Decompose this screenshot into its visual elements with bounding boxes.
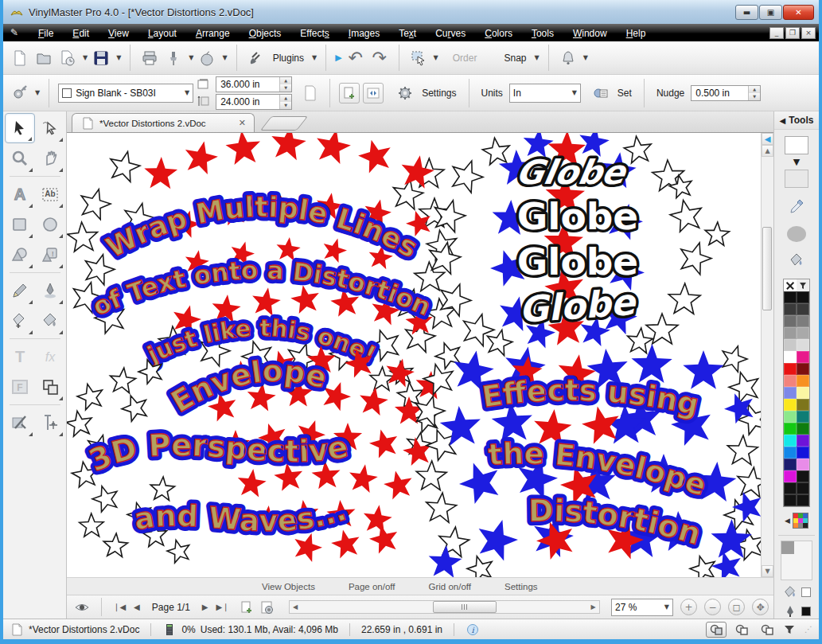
red-star[interactable] xyxy=(238,469,267,498)
recent-files-icon[interactable] xyxy=(57,48,78,68)
select-tool[interactable] xyxy=(5,113,35,143)
alerts-icon[interactable] xyxy=(558,48,579,68)
envelope-text-line2[interactable]: 3D Perspective xyxy=(84,427,350,478)
outline-star[interactable] xyxy=(464,314,494,346)
filter-icon[interactable] xyxy=(782,623,797,637)
menu-item-curves[interactable]: Curves xyxy=(426,26,475,41)
fill-color-swatch[interactable] xyxy=(785,136,808,154)
nudge-input[interactable]: 0.500 in ▲▼ xyxy=(691,85,761,101)
outline-star[interactable] xyxy=(723,346,747,372)
outline-star[interactable] xyxy=(738,467,761,497)
tools-panel-header[interactable]: ◀ Tools xyxy=(774,111,819,130)
color-swatch[interactable] xyxy=(784,470,797,482)
mdi-restore-button[interactable]: ❐ xyxy=(785,27,800,39)
fill-style-icon[interactable] xyxy=(783,585,797,599)
color-swatch[interactable] xyxy=(797,423,809,435)
color-swatch[interactable] xyxy=(784,291,797,303)
outline-star[interactable] xyxy=(727,435,758,465)
envelope-text-line1[interactable]: Envelope xyxy=(166,353,330,419)
color-swatch[interactable] xyxy=(797,315,809,327)
open-document-icon[interactable] xyxy=(33,48,54,68)
set-button[interactable]: Set xyxy=(617,88,632,99)
resize-grip[interactable]: ⋰ xyxy=(804,625,812,634)
set-icon[interactable] xyxy=(590,83,611,103)
info-icon[interactable]: i xyxy=(466,623,480,637)
outline-star[interactable] xyxy=(150,477,174,501)
scroll-left-icon[interactable]: ◀ xyxy=(290,603,302,611)
nudge-up-arrow[interactable]: ▲ xyxy=(749,86,760,93)
save-dropdown-arrow[interactable]: ▼ xyxy=(116,54,121,61)
envelope-text-line3[interactable]: and Waves... xyxy=(131,493,350,538)
new-tab-stub[interactable] xyxy=(260,116,308,131)
select-overlap-mode-3[interactable] xyxy=(757,622,777,638)
blue-star[interactable] xyxy=(711,552,741,577)
menu-item-images[interactable]: Images xyxy=(339,26,389,41)
menu-item-help[interactable]: Help xyxy=(617,26,656,41)
outline-star[interactable] xyxy=(85,255,115,285)
mdi-close-button[interactable]: × xyxy=(801,27,816,39)
save-icon[interactable] xyxy=(91,48,111,68)
color-swatch[interactable] xyxy=(784,447,797,459)
red-star[interactable] xyxy=(252,287,281,316)
outline-star[interactable] xyxy=(690,556,715,577)
globe-text[interactable]: Globe xyxy=(513,153,630,192)
zoom-pan-button[interactable]: ✥ xyxy=(752,599,769,615)
text-tool[interactable]: A xyxy=(5,179,35,209)
scroll-right-icon[interactable]: ▶ xyxy=(587,603,599,611)
apply-down-icon[interactable]: ▼ xyxy=(793,157,800,167)
red-star[interactable] xyxy=(185,142,218,175)
horizontal-scroll-thumb[interactable] xyxy=(433,601,497,613)
tab-close-icon[interactable]: ✕ xyxy=(239,118,246,128)
no-color-circle[interactable] xyxy=(787,226,806,243)
toolbar-expand-icon[interactable]: ▶ xyxy=(335,53,341,62)
red-star[interactable] xyxy=(369,525,397,554)
no-fill-swatch[interactable] xyxy=(784,279,797,291)
scroll-down-icon[interactable]: ▼ xyxy=(762,565,773,577)
menu-item-effects[interactable]: Effects xyxy=(290,26,338,41)
outline-star[interactable] xyxy=(111,152,140,182)
color-swatch[interactable] xyxy=(797,291,809,303)
color-swatch[interactable] xyxy=(784,435,797,447)
palette-filter-icon[interactable] xyxy=(797,279,809,291)
outline-star[interactable] xyxy=(705,222,729,245)
prev-page-icon[interactable]: ◀ xyxy=(131,603,142,611)
outline-star[interactable] xyxy=(80,513,103,537)
color-swatch[interactable] xyxy=(784,482,797,494)
material-combo[interactable]: Sign Blank - SB03I ▼ xyxy=(58,84,193,103)
outline-star[interactable] xyxy=(92,486,117,512)
zoom-in-button[interactable]: + xyxy=(680,599,697,615)
eyedropper-icon[interactable] xyxy=(786,196,807,217)
vinyl-spooler-icon[interactable] xyxy=(197,48,217,68)
outline-star[interactable] xyxy=(628,328,653,353)
menu-item-text[interactable]: Text xyxy=(389,26,426,41)
selection-mode-icon[interactable] xyxy=(408,48,429,68)
globe-text[interactable]: Globe xyxy=(517,194,639,238)
outline-star[interactable] xyxy=(427,493,457,522)
red-star[interactable] xyxy=(358,140,391,174)
color-swatch[interactable] xyxy=(797,387,809,399)
recent-dropdown-arrow[interactable]: ▼ xyxy=(83,54,88,61)
globe-text[interactable]: Globe xyxy=(517,240,639,283)
color-swatch[interactable] xyxy=(784,351,797,363)
view-objects-link[interactable]: View Objects xyxy=(262,582,315,591)
horizontal-scrollbar[interactable]: ◀ ▶ xyxy=(289,600,600,614)
blue-star[interactable] xyxy=(632,344,672,383)
color-swatch[interactable] xyxy=(797,351,809,363)
red-star[interactable] xyxy=(384,470,411,499)
grid-onoff-link[interactable]: Grid on/off xyxy=(429,582,472,591)
menu-item-edit[interactable]: Edit xyxy=(63,26,99,41)
add-page-button[interactable] xyxy=(339,83,360,103)
red-star[interactable] xyxy=(360,387,388,416)
weld-tool[interactable] xyxy=(35,372,65,402)
last-page-icon[interactable]: ▶❘ xyxy=(214,603,232,611)
spooler-dropdown-arrow[interactable]: ▼ xyxy=(222,54,227,61)
document-tab[interactable]: *Vector Distortions 2.vDoc ✕ xyxy=(72,113,255,132)
zoom-tool[interactable] xyxy=(5,143,35,174)
outline-star[interactable] xyxy=(416,461,446,490)
color-swatch[interactable] xyxy=(797,303,809,315)
red-star[interactable] xyxy=(271,133,306,160)
node-edit-tool[interactable] xyxy=(35,113,65,143)
outline-star[interactable] xyxy=(624,136,651,163)
height-down-arrow[interactable]: ▼ xyxy=(280,102,291,109)
plugins-dropdown-arrow[interactable]: ▼ xyxy=(312,54,317,61)
